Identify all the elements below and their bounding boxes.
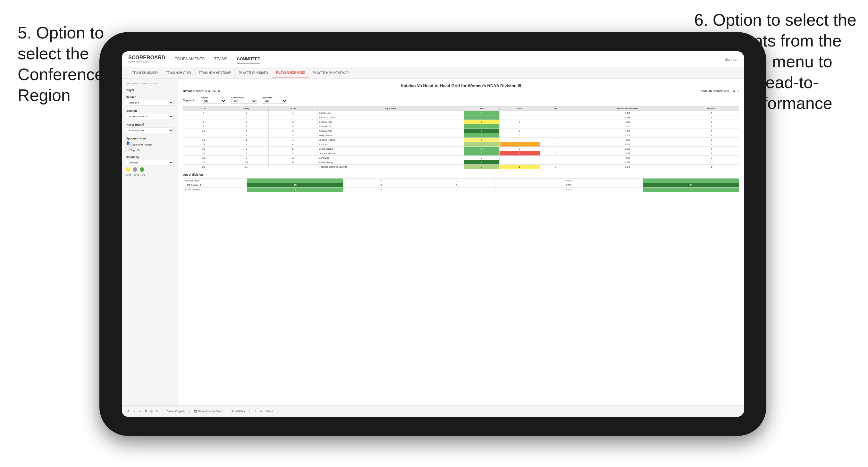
cell-opponent: Jessica Huang [317, 138, 464, 142]
tablet-screen: SCOREBOARD Powered by clippd TOURNAMENTS… [122, 51, 744, 417]
cell-reg: 2 [224, 151, 269, 156]
cell-reg: 1 [224, 124, 269, 129]
toolbar-share-icon[interactable]: ↗ [254, 410, 256, 413]
player-rank-select[interactable]: 8. Katelyn Vo [126, 128, 174, 133]
sub-nav-player-summary[interactable]: PLAYER SUMMARY [235, 67, 272, 78]
colour-legend [126, 167, 174, 172]
cell-win: 1 [464, 124, 499, 129]
legend-level: Level [134, 174, 140, 176]
cell-tie [540, 129, 571, 133]
sidebar-player-label: Player [126, 89, 174, 92]
cell-win: 0 [464, 156, 499, 160]
th-rounds: Rounds [684, 106, 739, 111]
bottom-toolbar: ↺ ← → ⊞ ◎ ↻ View: Original 💾 Save Custom… [178, 405, 744, 417]
cell-rounds: 11 [684, 160, 739, 165]
gender-select[interactable]: Women's [126, 100, 174, 105]
sign-out-button[interactable]: Sign out [725, 57, 738, 61]
cell-diff: 3.33 [571, 133, 684, 138]
ood-cell-loss: 0 [343, 183, 419, 187]
cell-rounds: 3 [684, 124, 739, 129]
legend-up: Up [142, 174, 145, 176]
cell-div: 10 [183, 129, 224, 133]
sidebar-colour-label: Colour by [126, 155, 174, 159]
cell-div: 6 [183, 120, 224, 124]
cell-win: 1 [464, 120, 499, 124]
nav-committee[interactable]: COMMITTEE [237, 55, 260, 63]
radio-opponents-played[interactable]: Opponents Played [126, 142, 174, 146]
toolbar-save-custom[interactable]: 💾 Save Custom View [194, 410, 222, 413]
ood-cell-opponent: NAIA Division 1 [183, 183, 247, 187]
cell-reg: 10 [224, 160, 269, 165]
cell-loss [499, 111, 540, 115]
cell-div: 20 [183, 165, 224, 169]
toolbar-share[interactable]: Share [266, 410, 273, 413]
ood-cell-rounds: 10 [643, 187, 739, 192]
sub-nav-player-h2h-grid[interactable]: PLAYER H2H GRID [272, 67, 309, 78]
out-of-division: Out of division Foreign Team 1 0 0 4.500… [183, 173, 739, 192]
radio-top100[interactable]: Top 100 [126, 147, 174, 152]
sidebar-division-section: Division NCAA Division III [126, 109, 174, 119]
cell-loss: 2 [499, 151, 540, 156]
table-row: 19 10 6 Emily Chang 4 0.30 11 [183, 160, 739, 165]
th-tie: Tie [540, 106, 571, 111]
nav-teams[interactable]: TEAMS [214, 55, 227, 63]
cell-win: 2 [464, 165, 499, 169]
sub-nav-player-h2h-heatmap[interactable]: PLAYER H2H HEATMAP [309, 67, 352, 78]
sidebar-opponent-view-label: Opponent view [126, 137, 174, 140]
cell-rounds: 9 [684, 142, 739, 147]
cell-div: 18 [183, 156, 224, 160]
cell-tie [540, 147, 571, 151]
sub-nav-team-summary[interactable]: TEAM SUMMARY [128, 67, 162, 78]
ood-cell-loss: 0 [343, 187, 419, 192]
cell-rounds: 4 [684, 147, 739, 151]
cell-tie: 0 [540, 142, 571, 147]
colour-select[interactable]: Win/loss [126, 160, 174, 165]
cell-loss: 2 [499, 142, 540, 147]
cell-conf: 3 [269, 129, 317, 133]
toolbar-view-original[interactable]: View: Original [178, 410, 185, 413]
cell-tie [540, 156, 571, 160]
table-row: 5 2 2 Alexis Sudijanto 1 0 0 4.00 3 [183, 115, 739, 120]
conference-select[interactable]: (All) [231, 99, 257, 103]
toolbar-watch[interactable]: 👁 Watch ▾ [231, 410, 245, 413]
ood-table-row: Foreign Team 1 0 0 4.500 2 [183, 179, 739, 183]
cell-opponent: Heejo Hyun [317, 133, 464, 138]
cell-reg: 3 [224, 120, 269, 124]
cell-reg: 7 [224, 142, 269, 147]
region-select[interactable]: (All) [201, 99, 226, 103]
cell-conf: 5 [269, 133, 317, 138]
cell-win: 1 [464, 111, 499, 115]
cell-opponent: Andrea York [317, 129, 464, 133]
th-diff: Diff Av Strokes/Rnd [571, 106, 684, 111]
sub-nav-team-h2h-heatmap[interactable]: TEAM H2H HEATMAP [195, 67, 235, 78]
filter-opponents-label: Opponents: [183, 99, 196, 102]
cell-diff: -0.94 [571, 151, 684, 156]
ood-cell-win: 1 [247, 179, 343, 183]
cell-div: 15 [183, 147, 224, 151]
opponent-filter: Opponent (All) [262, 96, 287, 103]
opponent-select[interactable]: (All) [262, 99, 287, 103]
cell-conf: 3 [269, 151, 317, 156]
division-select[interactable]: NCAA Division III [126, 114, 174, 119]
cell-tie: 0 [540, 165, 571, 169]
cell-conf: 2 [269, 115, 317, 120]
cell-opponent: Sydney Kuo [317, 120, 464, 124]
ood-cell-tie: 0 [419, 179, 494, 183]
tablet: SCOREBOARD Powered by clippd TOURNAMENTS… [99, 32, 766, 436]
table-row: 6 3 3 Sydney Kuo 1 0 -1.00 3 [183, 120, 739, 124]
cell-reg: 2 [224, 156, 269, 160]
conference-filter: Conference (All) [231, 96, 257, 103]
toolbar-exchange[interactable]: ⇔ [260, 410, 262, 413]
th-loss: Loss [499, 106, 540, 111]
cell-reg: 1 [224, 138, 269, 142]
cell-loss: 0 [499, 120, 540, 124]
cell-conf: 5 [269, 147, 317, 151]
cell-tie [540, 138, 571, 142]
nav-tournaments[interactable]: TOURNAMENTS [175, 55, 205, 63]
cell-diff: 4.00 [571, 129, 684, 133]
cell-div: 5 [183, 115, 224, 120]
sidebar-gender-section: Gender Women's [126, 95, 174, 105]
sub-nav-team-h2h-grid[interactable]: TEAM H2H GRID [162, 67, 195, 78]
sidebar-opponent-view-section: Opponent view Opponents Played Top 100 [126, 137, 174, 152]
data-area: Katelyn Vo Head-to-Head Grid for Women's… [178, 79, 744, 417]
